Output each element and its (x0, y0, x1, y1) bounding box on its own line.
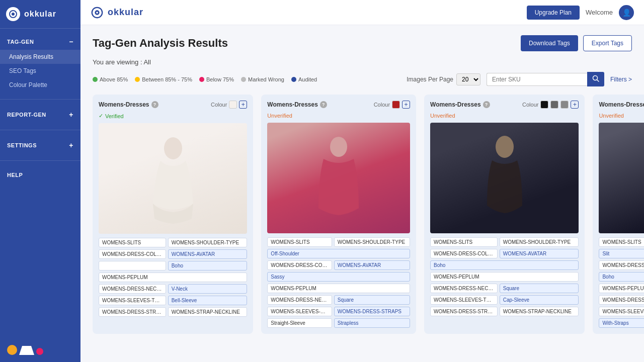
okkular-logo-icon (6, 7, 20, 21)
sidebar: okkular TAG-GEN − Analysis Results SEO T… (0, 0, 80, 362)
svg-line-6 (597, 80, 599, 82)
sku-search-button[interactable] (587, 72, 604, 86)
sidebar-section-tag-gen-header[interactable]: TAG-GEN − (0, 34, 80, 50)
card-tags-1: WOMENS-SLITSWOMENS-SHOULDER-TYPE Off-Sho… (267, 237, 410, 328)
card-status-2: Unverified (430, 113, 579, 119)
user-avatar[interactable]: 👤 (619, 5, 634, 20)
topbar-logo-text: okkular (108, 7, 143, 18)
tag-gen-collapse-icon: − (69, 38, 73, 46)
card-status-0: ✓ Verified (99, 113, 247, 119)
dress-silhouette-2 (482, 133, 527, 223)
card-tags-0: WOMENS-SLITSWOMENS-SHOULDER-TYPE WOMENS-… (99, 238, 247, 317)
card-category-1: Womens-Dresses ? (267, 101, 327, 108)
per-page-select[interactable]: 20 40 60 (456, 73, 480, 85)
main-content: okkular Upgrade Plan Welcome 👤 Tag-Gen A… (80, 0, 644, 362)
page-header: Tag-Gen Analysis Results Download Tags E… (93, 35, 632, 51)
sidebar-bottom-decoration (0, 338, 80, 362)
colour-swatch-0-0 (229, 101, 237, 109)
topbar: okkular Upgrade Plan Welcome 👤 (80, 0, 644, 25)
toolbar: Above 85% Between 85% - 75% Below 75% Ma… (93, 72, 632, 86)
product-card-1: Womens-Dresses ? Colour + Unverified (261, 95, 416, 334)
deco-circle-pink (36, 348, 43, 355)
category-info-icon-1[interactable]: ? (320, 101, 327, 108)
sidebar-item-analysis-results[interactable]: Analysis Results (0, 50, 80, 64)
report-gen-expand-icon: + (69, 111, 73, 119)
settings-label: SETTINGS (7, 142, 37, 148)
colour-swatch-1-0 (392, 101, 400, 109)
products-grid: Womens-Dresses ? Colour + ✓ Verified (93, 95, 632, 334)
card-top-1: Womens-Dresses ? Colour + (267, 101, 410, 109)
page-title: Tag-Gen Analysis Results (93, 37, 228, 50)
sidebar-section-settings-header[interactable]: SETTINGS + (0, 137, 80, 153)
svg-point-7 (164, 137, 182, 159)
colour-add-0[interactable]: + (239, 101, 247, 109)
sidebar-item-colour-palette[interactable]: Colour Palette (0, 78, 80, 92)
legend: Above 85% Between 85% - 75% Below 75% Ma… (93, 76, 317, 82)
card-category-3: Womens-Dresses ? (599, 101, 644, 108)
category-info-icon-0[interactable]: ? (151, 101, 158, 108)
sidebar-section-report-gen: REPORT-GEN + (0, 102, 80, 128)
card-colour-0: Colour + (211, 101, 247, 109)
page-actions: Download Tags Export Tags (521, 35, 632, 51)
topbar-right: Upgrade Plan Welcome 👤 (527, 5, 634, 20)
legend-dot-between (135, 77, 140, 82)
download-tags-button[interactable]: Download Tags (521, 35, 578, 51)
upgrade-plan-button[interactable]: Upgrade Plan (527, 6, 580, 20)
product-card-0: Womens-Dresses ? Colour + ✓ Verified (93, 95, 253, 334)
tag-gen-label: TAG-GEN (7, 39, 34, 45)
dress-silhouette-1 (316, 133, 361, 223)
legend-below75: Below 75% (199, 76, 234, 82)
sidebar-logo-text: okkular (24, 10, 56, 19)
colour-add-2[interactable]: + (571, 101, 579, 109)
legend-dot-marked-wrong (241, 77, 246, 82)
card-category-2: Womens-Dresses ? (430, 101, 490, 108)
sku-input[interactable] (487, 73, 587, 86)
card-category-0: Womens-Dresses ? (99, 101, 158, 108)
legend-dot-audited (291, 77, 296, 82)
svg-point-9 (496, 136, 514, 158)
dress-silhouette-0 (150, 133, 196, 224)
topbar-logo: okkular (91, 6, 143, 19)
viewing-info: You are viewing : All (93, 58, 632, 66)
colour-swatch-2-1 (550, 101, 558, 109)
export-tags-button[interactable]: Export Tags (583, 35, 632, 51)
topbar-welcome: Welcome (586, 9, 613, 16)
svg-point-8 (330, 137, 347, 157)
per-page-selector: Images Per Page 20 40 60 (407, 73, 480, 85)
deco-circle-orange (7, 345, 17, 355)
sidebar-section-settings: SETTINGS + (0, 132, 80, 158)
card-tags-2: WOMENS-SLITSWOMENS-SHOULDER-TYPE WOMENS-… (430, 237, 579, 316)
sidebar-logo: okkular (0, 0, 80, 29)
sku-search (487, 72, 604, 86)
card-image-3 (599, 123, 644, 233)
category-info-icon-2[interactable]: ? (483, 101, 490, 108)
colour-add-1[interactable]: + (402, 101, 410, 109)
legend-between: Between 85% - 75% (135, 76, 192, 82)
svg-point-1 (12, 13, 15, 16)
card-tags-3: WOMENS-SLITSWOMENS-SHOULDER-TYPE Slit WO… (599, 237, 644, 328)
card-status-1: Unverified (267, 113, 410, 119)
help-label: HELP (7, 172, 23, 178)
search-icon (592, 75, 599, 82)
product-card-3: Womens-Dresses ? Colour + Unverified (593, 95, 644, 334)
deco-trapezoid (19, 346, 34, 355)
legend-dot-above85 (93, 77, 98, 82)
svg-point-4 (96, 12, 98, 14)
card-colour-1: Colour + (374, 101, 410, 109)
legend-audited: Audited (291, 76, 317, 82)
card-image-2 (430, 123, 579, 233)
card-top-0: Womens-Dresses ? Colour + (99, 101, 247, 109)
filters-link[interactable]: Filters > (610, 76, 632, 83)
sidebar-section-help: HELP (0, 163, 80, 187)
sidebar-section-tag-gen: TAG-GEN − Analysis Results SEO Tags Colo… (0, 29, 80, 97)
sidebar-item-seo-tags[interactable]: SEO Tags (0, 64, 80, 78)
product-card-2: Womens-Dresses ? Colour + Unverified (424, 95, 585, 334)
topbar-logo-icon (91, 6, 104, 19)
sidebar-section-report-gen-header[interactable]: REPORT-GEN + (0, 107, 80, 123)
card-colour-2: Colour + (522, 101, 579, 109)
toolbar-right: Images Per Page 20 40 60 (407, 72, 632, 86)
card-top-3: Womens-Dresses ? Colour + (599, 101, 644, 109)
card-image-1 (267, 123, 410, 233)
sidebar-section-help-header[interactable]: HELP (0, 168, 80, 182)
legend-marked-wrong: Marked Wrong (241, 76, 284, 82)
